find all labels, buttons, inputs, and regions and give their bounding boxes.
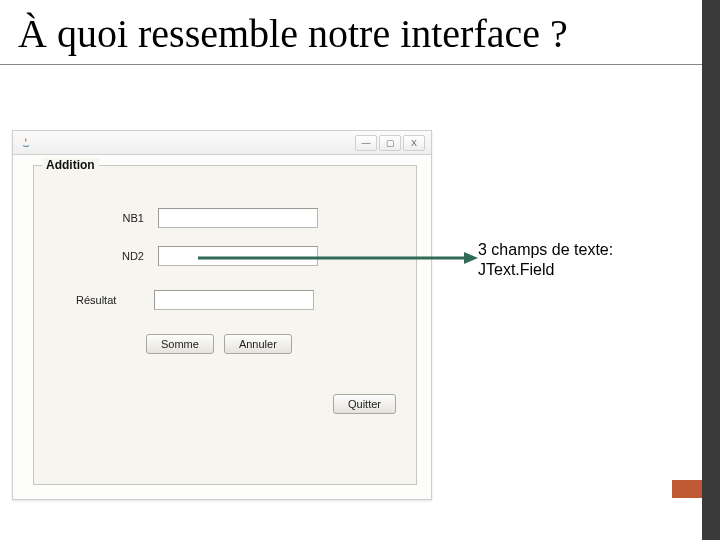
button-row-quit: Quitter (333, 394, 396, 414)
panel-title: Addition (42, 158, 99, 172)
svg-marker-1 (464, 252, 478, 264)
slide-accent-tab (672, 480, 702, 498)
close-button[interactable]: X (403, 135, 425, 151)
window-controls: — ▢ X (355, 135, 425, 151)
somme-button[interactable]: Somme (146, 334, 214, 354)
annotation-line-1: 3 champs de texte: (478, 240, 613, 260)
label-nd2: ND2 (80, 250, 144, 262)
java-window: — ▢ X Addition NB1 ND2 Résultat Somme An… (12, 130, 432, 500)
row-result: Résultat (80, 290, 314, 310)
input-nd2[interactable] (158, 246, 318, 266)
input-nb1[interactable] (158, 208, 318, 228)
annotation-text: 3 champs de texte: JText.Field (478, 240, 613, 280)
java-icon (19, 136, 33, 150)
addition-panel: Addition NB1 ND2 Résultat Somme Annuler … (33, 165, 417, 485)
button-row-main: Somme Annuler (146, 334, 292, 354)
quitter-button[interactable]: Quitter (333, 394, 396, 414)
titlebar-left (19, 136, 33, 150)
maximize-button[interactable]: ▢ (379, 135, 401, 151)
annotation-line-2: JText.Field (478, 260, 613, 280)
slide-accent-bar (702, 0, 720, 540)
label-result: Résultat (76, 294, 140, 306)
input-result[interactable] (154, 290, 314, 310)
window-titlebar: — ▢ X (13, 131, 431, 155)
row-nd2: ND2 (80, 246, 318, 266)
slide-title: À quoi ressemble notre interface ? (0, 0, 720, 65)
row-nb1: NB1 (80, 208, 318, 228)
annuler-button[interactable]: Annuler (224, 334, 292, 354)
minimize-button[interactable]: — (355, 135, 377, 151)
label-nb1: NB1 (80, 212, 144, 224)
